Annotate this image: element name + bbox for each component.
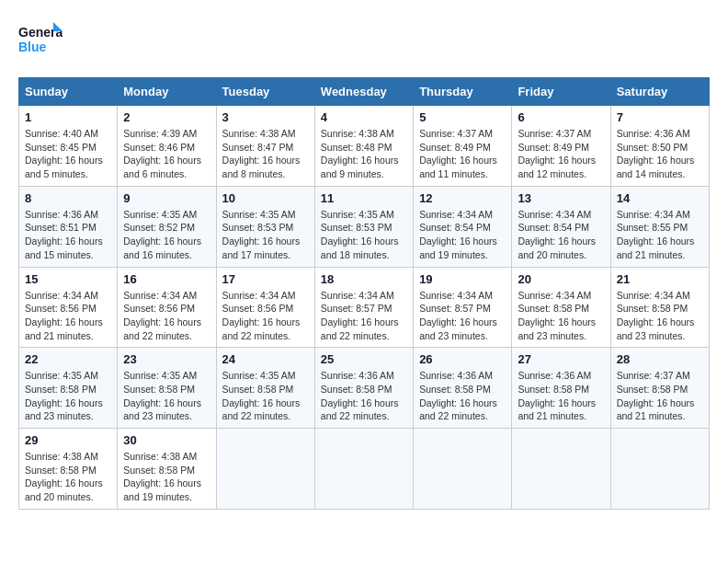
- calendar-table: SundayMondayTuesdayWednesdayThursdayFrid…: [18, 77, 710, 510]
- day-number: 19: [419, 272, 506, 286]
- day-info: Sunrise: 4:35 AMSunset: 8:53 PMDaylight:…: [222, 208, 309, 262]
- day-number: 22: [25, 352, 111, 366]
- day-number: 25: [321, 352, 407, 366]
- day-info: Sunrise: 4:36 AMSunset: 8:58 PMDaylight:…: [419, 369, 506, 423]
- day-number: 17: [222, 272, 309, 286]
- day-info: Sunrise: 4:34 AMSunset: 8:56 PMDaylight:…: [123, 289, 210, 343]
- day-number: 8: [25, 191, 111, 205]
- calendar-cell: 23Sunrise: 4:35 AMSunset: 8:58 PMDayligh…: [118, 348, 216, 429]
- day-number: 16: [123, 272, 210, 286]
- day-number: 11: [321, 191, 407, 205]
- day-header-wednesday: Wednesday: [314, 78, 413, 106]
- calendar-cell: 27Sunrise: 4:36 AMSunset: 8:58 PMDayligh…: [512, 348, 610, 429]
- svg-text:Blue: Blue: [18, 40, 47, 54]
- day-info: Sunrise: 4:36 AMSunset: 8:58 PMDaylight:…: [321, 369, 407, 423]
- day-number: 12: [419, 191, 506, 205]
- day-info: Sunrise: 4:34 AMSunset: 8:57 PMDaylight:…: [419, 289, 506, 343]
- calendar-cell: 16Sunrise: 4:34 AMSunset: 8:56 PMDayligh…: [118, 267, 216, 348]
- calendar-cell: [314, 429, 413, 510]
- day-header-tuesday: Tuesday: [216, 78, 314, 106]
- calendar-week-4: 22Sunrise: 4:35 AMSunset: 8:58 PMDayligh…: [19, 348, 710, 429]
- day-number: 21: [617, 272, 703, 286]
- day-info: Sunrise: 4:36 AMSunset: 8:51 PMDaylight:…: [25, 208, 111, 262]
- calendar-cell: 17Sunrise: 4:34 AMSunset: 8:56 PMDayligh…: [216, 267, 314, 348]
- calendar-cell: 9Sunrise: 4:35 AMSunset: 8:52 PMDaylight…: [118, 186, 216, 267]
- calendar-cell: 6Sunrise: 4:37 AMSunset: 8:49 PMDaylight…: [512, 106, 610, 187]
- day-info: Sunrise: 4:35 AMSunset: 8:53 PMDaylight:…: [321, 208, 407, 262]
- day-header-sunday: Sunday: [19, 78, 118, 106]
- calendar-cell: 15Sunrise: 4:34 AMSunset: 8:56 PMDayligh…: [19, 267, 118, 348]
- calendar-cell: 7Sunrise: 4:36 AMSunset: 8:50 PMDaylight…: [610, 106, 709, 187]
- day-header-friday: Friday: [512, 78, 610, 106]
- day-number: 29: [25, 433, 111, 447]
- day-number: 2: [123, 110, 210, 124]
- day-info: Sunrise: 4:38 AMSunset: 8:47 PMDaylight:…: [222, 127, 309, 181]
- calendar-cell: 24Sunrise: 4:35 AMSunset: 8:58 PMDayligh…: [216, 348, 314, 429]
- day-info: Sunrise: 4:38 AMSunset: 8:58 PMDaylight:…: [25, 450, 111, 504]
- day-number: 23: [123, 352, 210, 366]
- calendar-cell: [512, 429, 610, 510]
- calendar-cell: 4Sunrise: 4:38 AMSunset: 8:48 PMDaylight…: [314, 106, 413, 187]
- page-header: GeneralBlue: [18, 18, 710, 63]
- calendar-cell: 22Sunrise: 4:35 AMSunset: 8:58 PMDayligh…: [19, 348, 118, 429]
- day-info: Sunrise: 4:34 AMSunset: 8:58 PMDaylight:…: [617, 289, 703, 343]
- day-number: 20: [518, 272, 604, 286]
- day-info: Sunrise: 4:36 AMSunset: 8:50 PMDaylight:…: [617, 127, 703, 181]
- day-info: Sunrise: 4:35 AMSunset: 8:58 PMDaylight:…: [123, 369, 210, 423]
- day-info: Sunrise: 4:34 AMSunset: 8:55 PMDaylight:…: [617, 208, 703, 262]
- calendar-cell: 30Sunrise: 4:38 AMSunset: 8:58 PMDayligh…: [118, 429, 216, 510]
- calendar-cell: 10Sunrise: 4:35 AMSunset: 8:53 PMDayligh…: [216, 186, 314, 267]
- logo-icon: GeneralBlue: [18, 18, 63, 63]
- day-number: 18: [321, 272, 407, 286]
- day-info: Sunrise: 4:34 AMSunset: 8:56 PMDaylight:…: [25, 289, 111, 343]
- day-header-thursday: Thursday: [414, 78, 512, 106]
- day-info: Sunrise: 4:36 AMSunset: 8:58 PMDaylight:…: [518, 369, 604, 423]
- calendar-cell: 2Sunrise: 4:39 AMSunset: 8:46 PMDaylight…: [118, 106, 216, 187]
- day-number: 27: [518, 352, 604, 366]
- day-number: 9: [123, 191, 210, 205]
- day-info: Sunrise: 4:35 AMSunset: 8:58 PMDaylight:…: [25, 369, 111, 423]
- calendar-cell: 3Sunrise: 4:38 AMSunset: 8:47 PMDaylight…: [216, 106, 314, 187]
- day-info: Sunrise: 4:40 AMSunset: 8:45 PMDaylight:…: [25, 127, 111, 181]
- calendar-header-row: SundayMondayTuesdayWednesdayThursdayFrid…: [19, 78, 710, 106]
- day-info: Sunrise: 4:34 AMSunset: 8:58 PMDaylight:…: [518, 289, 604, 343]
- calendar-cell: 12Sunrise: 4:34 AMSunset: 8:54 PMDayligh…: [414, 186, 512, 267]
- day-number: 15: [25, 272, 111, 286]
- day-number: 3: [222, 110, 309, 124]
- day-number: 7: [617, 110, 703, 124]
- day-info: Sunrise: 4:35 AMSunset: 8:58 PMDaylight:…: [222, 369, 309, 423]
- calendar-cell: 28Sunrise: 4:37 AMSunset: 8:58 PMDayligh…: [610, 348, 709, 429]
- day-number: 6: [518, 110, 604, 124]
- calendar-cell: [610, 429, 709, 510]
- day-number: 4: [321, 110, 407, 124]
- calendar-cell: 21Sunrise: 4:34 AMSunset: 8:58 PMDayligh…: [610, 267, 709, 348]
- calendar-cell: 13Sunrise: 4:34 AMSunset: 8:54 PMDayligh…: [512, 186, 610, 267]
- calendar-cell: [216, 429, 314, 510]
- calendar-cell: 8Sunrise: 4:36 AMSunset: 8:51 PMDaylight…: [19, 186, 118, 267]
- day-number: 13: [518, 191, 604, 205]
- calendar-week-3: 15Sunrise: 4:34 AMSunset: 8:56 PMDayligh…: [19, 267, 710, 348]
- day-info: Sunrise: 4:34 AMSunset: 8:57 PMDaylight:…: [321, 289, 407, 343]
- day-number: 1: [25, 110, 111, 124]
- calendar-week-5: 29Sunrise: 4:38 AMSunset: 8:58 PMDayligh…: [19, 429, 710, 510]
- day-header-monday: Monday: [118, 78, 216, 106]
- day-number: 14: [617, 191, 703, 205]
- day-number: 5: [419, 110, 506, 124]
- calendar-cell: 14Sunrise: 4:34 AMSunset: 8:55 PMDayligh…: [610, 186, 709, 267]
- day-header-saturday: Saturday: [610, 78, 709, 106]
- calendar-week-2: 8Sunrise: 4:36 AMSunset: 8:51 PMDaylight…: [19, 186, 710, 267]
- day-info: Sunrise: 4:38 AMSunset: 8:58 PMDaylight:…: [123, 450, 210, 504]
- day-info: Sunrise: 4:34 AMSunset: 8:54 PMDaylight:…: [419, 208, 506, 262]
- day-info: Sunrise: 4:34 AMSunset: 8:54 PMDaylight:…: [518, 208, 604, 262]
- day-info: Sunrise: 4:35 AMSunset: 8:52 PMDaylight:…: [123, 208, 210, 262]
- calendar-week-1: 1Sunrise: 4:40 AMSunset: 8:45 PMDaylight…: [19, 106, 710, 187]
- calendar-cell: 1Sunrise: 4:40 AMSunset: 8:45 PMDaylight…: [19, 106, 118, 187]
- calendar-cell: 20Sunrise: 4:34 AMSunset: 8:58 PMDayligh…: [512, 267, 610, 348]
- day-info: Sunrise: 4:37 AMSunset: 8:49 PMDaylight:…: [419, 127, 506, 181]
- calendar-cell: [414, 429, 512, 510]
- calendar-cell: 11Sunrise: 4:35 AMSunset: 8:53 PMDayligh…: [314, 186, 413, 267]
- day-info: Sunrise: 4:37 AMSunset: 8:49 PMDaylight:…: [518, 127, 604, 181]
- calendar-cell: 29Sunrise: 4:38 AMSunset: 8:58 PMDayligh…: [19, 429, 118, 510]
- day-info: Sunrise: 4:38 AMSunset: 8:48 PMDaylight:…: [321, 127, 407, 181]
- day-number: 30: [123, 433, 210, 447]
